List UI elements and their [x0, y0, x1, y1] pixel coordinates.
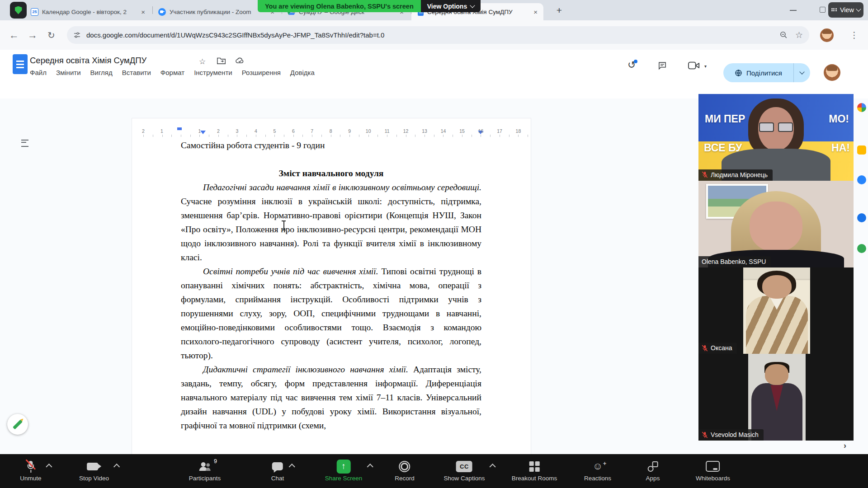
- annotate-pencil-button[interactable]: [7, 414, 28, 435]
- zoom-meeting-screen: 25Календар Google - вівторок, 2×Участник…: [0, 0, 868, 488]
- cloud-saved-icon[interactable]: [236, 57, 245, 64]
- menu-розширення[interactable]: Розширення: [242, 69, 281, 76]
- ruler-number: 5: [273, 128, 276, 134]
- ruler-number: 11: [385, 128, 390, 134]
- reload-button[interactable]: ↻: [47, 20, 55, 50]
- first-line-indent-marker[interactable]: [200, 131, 206, 134]
- doc-intro-line: Самостійна робота студентів - 9 годин: [181, 138, 481, 152]
- tasks-sidepanel-icon[interactable]: [857, 175, 866, 184]
- new-tab-button[interactable]: +: [552, 4, 566, 18]
- control-label: Unmute: [20, 475, 41, 482]
- participant-video-4[interactable]: Vsevolod Masich: [698, 354, 854, 441]
- share-button[interactable]: Поділитися: [723, 63, 810, 82]
- version-history-icon[interactable]: ↺: [627, 59, 636, 71]
- zoom-control-apps[interactable]: Apps: [646, 459, 660, 482]
- zoom-control-participants[interactable]: 9Participants: [189, 459, 221, 482]
- participant-video-1[interactable]: МИ ПЕР МО! ВСЕ БУ НА! Людмила Міронець: [698, 94, 854, 181]
- browser-tab-1[interactable]: 25Календар Google - вівторок, 2×: [25, 3, 151, 20]
- join-call-icon[interactable]: [688, 61, 700, 70]
- menu-файл[interactable]: Файл: [30, 69, 47, 76]
- show-outline-button[interactable]: [18, 137, 32, 149]
- docs-profile-avatar[interactable]: [824, 64, 840, 81]
- participant-video-2[interactable]: Olena Babenko, SSPU: [698, 181, 854, 267]
- maps-sidepanel-icon[interactable]: [857, 244, 866, 253]
- address-bar[interactable]: docs.google.com/document/d/1UWqWzsC943c2…: [67, 26, 809, 44]
- control-label: Stop Video: [79, 475, 109, 482]
- docs-app-icon[interactable]: [13, 54, 28, 74]
- screen-share-banner: You are viewing Olena Babenko, SSPU's sc…: [258, 0, 481, 12]
- ruler-number: 9: [348, 128, 351, 134]
- view-options-button[interactable]: View Options: [421, 0, 481, 12]
- keep-sidepanel-icon[interactable]: [857, 145, 866, 155]
- chevron-down-icon[interactable]: ▾: [704, 64, 707, 69]
- zoom-control-whiteboards[interactable]: Whiteboards: [696, 459, 730, 482]
- participant-name: Olena Babenko, SSPU: [702, 258, 766, 265]
- menu-формат[interactable]: Формат: [160, 69, 184, 76]
- chevron-up-icon[interactable]: [288, 464, 295, 470]
- participant-name-chip: Людмила Міронець: [698, 169, 773, 181]
- zoom-control-breakout-rooms[interactable]: Breakout Rooms: [512, 459, 557, 482]
- zoom-control-reactions[interactable]: ☺+Reactions: [584, 459, 611, 482]
- participants-icon: [198, 461, 211, 472]
- tab-close-icon[interactable]: ×: [532, 8, 539, 16]
- grid-icon: [831, 8, 837, 12]
- control-label: Breakout Rooms: [512, 475, 557, 482]
- ruler-number: 8: [330, 128, 332, 134]
- ruler-number: 13: [422, 128, 427, 134]
- menu-вигляд[interactable]: Вигляд: [90, 69, 113, 76]
- record-icon: [399, 461, 410, 472]
- menu-інструменти[interactable]: Інструменти: [194, 69, 232, 76]
- menu-довідка[interactable]: Довідка: [290, 69, 315, 76]
- tab-close-icon[interactable]: ×: [140, 8, 146, 16]
- window-restore-button[interactable]: [820, 7, 826, 13]
- more-videos-arrow[interactable]: ›: [844, 441, 846, 450]
- ruler-number: 2: [217, 128, 220, 134]
- browser-toolbar: ← → ↻ docs.google.com/document/d/1UWqWzs…: [0, 20, 868, 50]
- muted-mic-icon: [702, 171, 708, 178]
- bookmark-star-icon[interactable]: ☆: [795, 30, 803, 40]
- forward-button[interactable]: →: [28, 20, 38, 50]
- left-indent-marker[interactable]: [177, 127, 182, 130]
- window-minimize-button[interactable]: [790, 10, 797, 11]
- chevron-up-icon[interactable]: [113, 464, 120, 470]
- pencil-icon: [13, 419, 23, 429]
- ruler-number: 7: [311, 128, 313, 134]
- flag-text: МО!: [829, 113, 849, 125]
- zoom-page-icon[interactable]: [779, 31, 788, 39]
- move-to-folder-icon[interactable]: [217, 57, 226, 64]
- contacts-sidepanel-icon[interactable]: [857, 213, 866, 222]
- zoom-view-button[interactable]: View: [828, 2, 863, 18]
- back-button[interactable]: ←: [9, 20, 19, 50]
- comments-icon[interactable]: [658, 61, 667, 70]
- share-banner-message: You are viewing Olena Babenko, SSPU's sc…: [258, 0, 421, 12]
- site-settings-icon[interactable]: [73, 31, 81, 39]
- chevron-up-icon[interactable]: [46, 464, 52, 470]
- zoom-control-show-captions[interactable]: CCShow Captions: [444, 459, 485, 482]
- ruler-number: 2: [142, 128, 145, 134]
- zoom-control-record[interactable]: Record: [395, 459, 415, 482]
- share-screen-icon: ↑: [337, 460, 351, 474]
- participant-video-3[interactable]: Оксана: [698, 267, 854, 354]
- share-options-chevron[interactable]: [794, 72, 810, 74]
- zoom-control-stop-video[interactable]: Stop Video: [79, 459, 109, 482]
- control-label: Participants: [189, 475, 221, 482]
- calendar-sidepanel-icon[interactable]: [857, 103, 866, 112]
- browser-menu-icon[interactable]: ⋮: [850, 20, 859, 50]
- tab-title: Участник публикации - Zoom: [170, 9, 265, 15]
- control-label: Share Screen: [325, 475, 363, 482]
- document-text[interactable]: Самостійна робота студентів - 9 годин Зм…: [181, 138, 481, 432]
- browser-profile-avatar[interactable]: [820, 28, 834, 42]
- flag-text: НА!: [831, 142, 850, 154]
- browser-app-icon[interactable]: [10, 2, 27, 19]
- zoom-control-share-screen[interactable]: ↑Share Screen: [325, 459, 363, 482]
- shield-icon: [15, 6, 22, 14]
- document-title[interactable]: Середня освіта Хімія СумДПУ: [30, 56, 146, 66]
- chevron-up-icon[interactable]: [489, 464, 495, 470]
- zoom-control-unmute[interactable]: Unmute: [20, 459, 41, 482]
- chevron-up-icon[interactable]: [367, 464, 373, 470]
- star-document-icon[interactable]: ☆: [199, 57, 206, 66]
- participant-name: Оксана: [711, 344, 732, 352]
- menu-вставити[interactable]: Вставити: [122, 69, 151, 76]
- zoom-control-chat[interactable]: Chat: [271, 459, 284, 482]
- menu-змінити[interactable]: Змінити: [56, 69, 81, 76]
